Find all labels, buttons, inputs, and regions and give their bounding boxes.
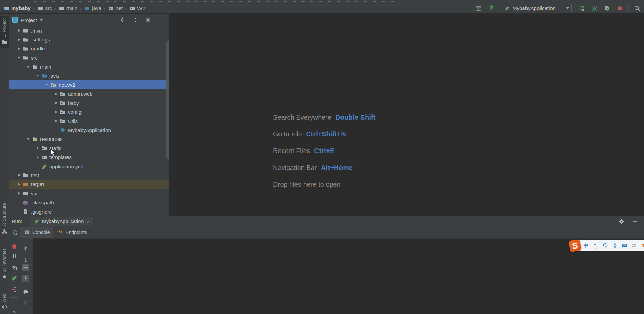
breadcrumb-item-mybaby[interactable]: mybaby [3, 5, 31, 11]
hint-shortcut[interactable]: Ctrl+E [314, 147, 334, 155]
tree-item-main[interactable]: main [9, 62, 169, 71]
soft-keyboard-button[interactable] [620, 241, 629, 250]
toggle-collapsed-icon[interactable] [34, 146, 41, 150]
next-occurrence-button[interactable] [22, 257, 29, 264]
scroll-to-end-button[interactable] [22, 275, 29, 282]
exit-button[interactable] [11, 286, 18, 293]
attach-debugger-button[interactable] [11, 275, 18, 282]
run-config-select[interactable]: MybabyApplication [501, 4, 572, 12]
skin-button[interactable] [640, 241, 644, 250]
toggle-collapsed-icon[interactable] [16, 173, 23, 178]
tree-item-baby[interactable]: baby [9, 98, 169, 107]
stop-icon [617, 5, 623, 11]
toggle-expanded-icon[interactable] [25, 64, 32, 69]
toggle-expanded-icon[interactable] [16, 55, 23, 60]
folder-icon [23, 190, 29, 196]
tree-item-label: MybabyApplication [68, 127, 111, 133]
profiler-button[interactable] [603, 4, 611, 12]
toggle-collapsed-icon[interactable] [16, 28, 23, 33]
tree-item-src[interactable]: src [9, 53, 169, 62]
project-panel-title[interactable]: Project [21, 17, 37, 23]
toggle-collapsed-icon[interactable] [53, 110, 60, 114]
console-output[interactable] [33, 238, 644, 314]
emoji-button[interactable] [601, 241, 609, 250]
clear-all-button[interactable] [22, 299, 29, 307]
pause-output-button[interactable] [11, 252, 18, 260]
stripe-button-2-favorites[interactable]: 2: Favorites [0, 246, 9, 282]
tree-item-mybabyapplication[interactable]: MybabyApplication [9, 125, 169, 134]
settings-button[interactable] [144, 16, 152, 24]
toggle-collapsed-icon[interactable] [34, 155, 41, 160]
tree-item-static[interactable]: static [9, 144, 169, 153]
close-icon[interactable]: × [86, 219, 90, 225]
tree-item-templates[interactable]: templates [9, 153, 169, 161]
thread-dump-button[interactable] [11, 264, 18, 272]
scrollbar-thumb[interactable] [166, 41, 169, 159]
tree-item-gradle[interactable]: gradle [9, 44, 169, 53]
tree-item-gitignore[interactable]: .gitignore [9, 207, 169, 216]
soft-wrap-button[interactable] [22, 264, 29, 271]
tab-console[interactable]: Console [20, 227, 53, 238]
tree-item-java[interactable]: java [9, 71, 169, 80]
tab-endpoints[interactable]: Endpoints [53, 227, 90, 238]
tree-item-label: .mvn [31, 28, 42, 34]
tree-item-admin-web[interactable]: admin.web [9, 89, 169, 98]
more-button[interactable]: » [11, 308, 18, 314]
hint-shortcut[interactable]: Double Shift [335, 113, 375, 121]
toggle-expanded-icon[interactable] [44, 83, 50, 87]
chevron-down-icon[interactable] [40, 19, 43, 21]
tree-item-target[interactable]: target [9, 180, 169, 189]
voice-input-button[interactable] [611, 241, 619, 250]
stripe-button-1-project[interactable]: 1: Project [0, 16, 9, 48]
run-config-tab[interactable]: MybabyApplication × [30, 217, 93, 226]
locate-file-button[interactable] [119, 16, 127, 24]
stripe-button-7-structure[interactable]: 7: Structure [0, 201, 9, 237]
hint-shortcut[interactable]: Alt+Home [321, 164, 353, 172]
tree-item-config[interactable]: config [9, 108, 169, 117]
tree-item-mvn[interactable]: .mvn [9, 26, 169, 35]
toggle-collapsed-icon[interactable] [53, 100, 60, 105]
chinese-mode-button[interactable]: 中 [582, 241, 590, 250]
breadcrumb-item-src[interactable]: src [37, 5, 52, 11]
toggle-collapsed-icon[interactable] [53, 92, 60, 96]
tree-item-classpath[interactable]: .classpath [9, 198, 169, 207]
print-button[interactable] [22, 288, 29, 296]
punctuation-button[interactable]: °, [592, 241, 600, 250]
tree-item-application-yml[interactable]: application.yml [9, 162, 169, 171]
handwriting-button[interactable] [630, 241, 638, 250]
tree-item-resources[interactable]: resources [9, 135, 169, 144]
toggle-collapsed-icon[interactable] [16, 46, 23, 51]
collapse-all-button[interactable] [131, 16, 139, 24]
stop-button[interactable] [11, 243, 18, 250]
hide-panel-button[interactable] [631, 217, 639, 226]
toggle-expanded-icon[interactable] [25, 137, 32, 142]
sogou-logo[interactable]: S [568, 239, 581, 252]
breadcrumb-item-java[interactable]: java [84, 5, 101, 11]
settings-button[interactable] [617, 217, 626, 226]
toggle-collapsed-icon[interactable] [53, 119, 60, 123]
rerun-button[interactable] [578, 4, 586, 12]
stripe-button-web[interactable]: Web [0, 291, 9, 313]
tree-item-var[interactable]: var [9, 189, 169, 198]
run-window-button[interactable] [474, 4, 483, 12]
prev-occurrence-button[interactable] [22, 245, 29, 252]
tree-item-utils[interactable]: Utils [9, 117, 169, 125]
debug-button[interactable] [590, 4, 598, 12]
breadcrumb-item-main[interactable]: main [59, 5, 78, 11]
toggle-collapsed-icon[interactable] [16, 191, 23, 196]
build-hammer-button[interactable] [487, 4, 495, 12]
toggle-collapsed-icon[interactable] [16, 37, 23, 42]
tree-item-net-vv2[interactable]: net.vv2 [9, 80, 169, 89]
tree-item-settings[interactable]: .settings [9, 35, 169, 44]
search-everywhere-button[interactable] [633, 4, 641, 12]
stripe-label: 1: Project [2, 18, 7, 37]
stop-button[interactable] [616, 4, 624, 12]
toggle-expanded-icon[interactable] [34, 73, 41, 78]
tree-item-test[interactable]: test [9, 171, 169, 180]
hide-panel-button[interactable] [157, 16, 165, 24]
breadcrumb-item-net[interactable]: net [108, 5, 123, 11]
breadcrumb-item-vv2[interactable]: vv2 [129, 5, 145, 11]
hint-shortcut[interactable]: Ctrl+Shift+N [306, 130, 346, 138]
toggle-collapsed-icon[interactable] [16, 182, 23, 187]
rerun-button[interactable] [11, 229, 19, 237]
